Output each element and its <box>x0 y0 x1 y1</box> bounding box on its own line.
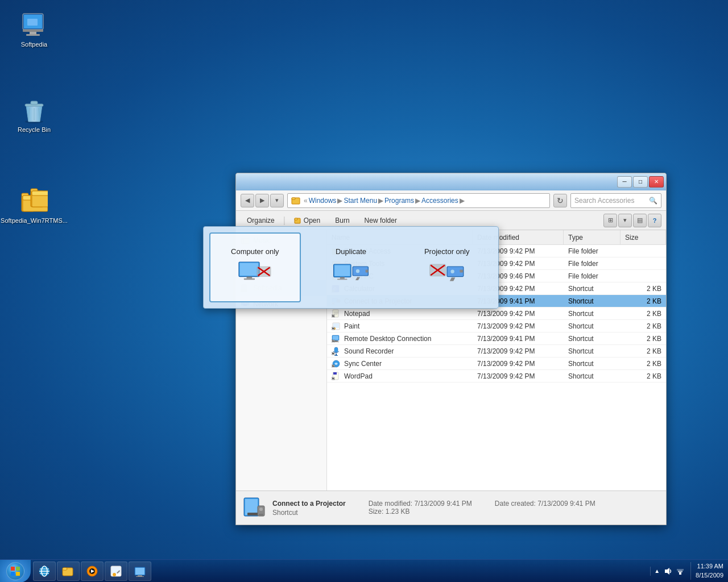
remote-desktop-icon <box>332 334 341 343</box>
svg-rect-66 <box>336 354 337 355</box>
ie-icon <box>38 565 51 577</box>
svg-rect-117 <box>111 567 121 573</box>
open-icon <box>294 217 302 225</box>
recycle-bin-icon <box>20 97 48 124</box>
open-button[interactable]: Open <box>288 213 326 228</box>
network-tray-icon[interactable] <box>676 567 685 576</box>
speaker-icon[interactable] <box>663 567 672 576</box>
svg-rect-67 <box>334 355 338 356</box>
desktop-icon-softpedia[interactable]: Softpedia <box>11 11 57 48</box>
path-accessories[interactable]: Accessories <box>421 197 458 205</box>
table-row[interactable]: Sync Center 7/13/2009 9:42 PM Shortcut 2… <box>327 357 666 370</box>
status-size-value: 1.23 KB <box>386 508 410 516</box>
path-programs[interactable]: Programs <box>384 197 414 205</box>
taskbar-ie-button[interactable] <box>33 562 56 581</box>
svg-rect-5 <box>26 34 40 36</box>
svg-marker-124 <box>665 568 669 575</box>
header-type[interactable]: Type <box>564 230 621 244</box>
address-bar: ◀ ▶ ▾ « Windows ▶ Start Menu ▶ Programs … <box>236 190 666 211</box>
view-toggle-button[interactable]: ⊞ <box>603 214 617 227</box>
status-size-label: Size: <box>369 508 384 516</box>
svg-rect-93 <box>366 270 369 273</box>
popup-option-duplicate[interactable]: Duplicate <box>305 232 397 302</box>
paint-icon <box>332 322 341 331</box>
status-date-created-block: Date created: 7/13/2009 9:41 PM <box>495 500 595 517</box>
taskbar-paint-button[interactable] <box>105 562 127 581</box>
minimize-button[interactable]: ─ <box>617 176 632 188</box>
maximize-button[interactable]: □ <box>633 176 648 188</box>
desktop-icon-recycle-bin[interactable]: Recycle Bin <box>11 97 57 133</box>
softpedia-folder-icon <box>20 188 48 215</box>
path-windows[interactable]: Windows <box>309 197 337 205</box>
taskbar-folder-button[interactable] <box>57 562 80 581</box>
svg-rect-65 <box>334 347 338 352</box>
popup-option-computer-only[interactable]: Computer only <box>209 232 301 302</box>
svg-rect-126 <box>678 571 682 572</box>
forward-button[interactable]: ▶ <box>255 194 269 207</box>
folder-taskbar-icon <box>62 565 75 577</box>
status-date-modified-value: 7/13/2009 9:41 PM <box>414 500 471 508</box>
back-button[interactable]: ◀ <box>241 194 254 207</box>
taskbar: ▲ 11:39 AM 8/15/2009 <box>0 559 728 582</box>
status-info: Connect to a Projector Shortcut Date mod… <box>272 500 595 517</box>
svg-rect-104 <box>11 572 15 576</box>
toolbar-divider: | <box>283 215 286 226</box>
desktop-icon-softpedia-folder[interactable]: Softpedia_Win7RTMS... <box>11 188 57 224</box>
popup-option-projector-only[interactable]: Projector only <box>401 232 493 302</box>
clock[interactable]: 11:39 AM 8/15/2009 <box>690 562 723 580</box>
table-row[interactable]: Notepad 7/13/2009 9:42 PM Shortcut 2 KB <box>327 307 666 320</box>
tray-show-hidden-button[interactable]: ▲ <box>654 568 660 574</box>
table-row[interactable]: Paint 7/13/2009 9:42 PM Shortcut 2 KB <box>327 320 666 332</box>
start-button[interactable] <box>0 560 31 583</box>
address-path[interactable]: « Windows ▶ Start Menu ▶ Programs ▶ Acce… <box>287 193 550 208</box>
svg-marker-94 <box>355 277 360 280</box>
system-tray: ▲ 11:39 AM 8/15/2009 <box>646 560 728 582</box>
svg-rect-112 <box>63 568 67 570</box>
computer-only-label: Computer only <box>231 247 279 256</box>
svg-rect-76 <box>247 513 259 516</box>
wordpad-icon <box>332 372 341 381</box>
close-button[interactable]: ✕ <box>649 176 664 188</box>
view-dropdown-button[interactable]: ▾ <box>618 214 632 227</box>
header-size[interactable]: Size <box>621 230 666 244</box>
softpedia-folder-label: Softpedia_Win7RTMS... <box>1 217 68 224</box>
window-controls: ─ □ ✕ <box>617 176 664 188</box>
svg-rect-81 <box>240 263 259 276</box>
path-startmenu[interactable]: Start Menu <box>344 197 377 205</box>
svg-rect-103 <box>16 567 20 571</box>
svg-rect-127 <box>677 569 684 571</box>
svg-point-118 <box>113 573 116 576</box>
status-name-block: Connect to a Projector Shortcut <box>272 500 346 517</box>
svg-rect-90 <box>337 279 348 280</box>
organize-button[interactable]: Organize <box>241 213 281 228</box>
burn-button[interactable]: Burn <box>329 213 355 228</box>
details-toggle-button[interactable]: ▤ <box>633 214 647 227</box>
svg-point-78 <box>259 508 263 511</box>
search-box[interactable]: Search Accessories 🔍 <box>570 193 661 208</box>
dropdown-button[interactable]: ▾ <box>270 194 284 207</box>
svg-rect-75 <box>245 499 258 515</box>
view-controls: ⊞ ▾ ▤ ? <box>603 214 661 227</box>
duplicate-icon <box>333 259 369 288</box>
popup-options: Computer only Duplicate <box>209 232 493 302</box>
windows-logo-icon <box>10 566 20 576</box>
media-player-icon <box>86 565 98 577</box>
svg-rect-105 <box>16 572 20 576</box>
svg-rect-121 <box>135 568 144 575</box>
svg-rect-83 <box>244 278 255 280</box>
recycle-bin-label: Recycle Bin <box>18 126 51 133</box>
table-row[interactable]: Remote Desktop Connection 7/13/2009 9:41… <box>327 332 666 345</box>
svg-rect-82 <box>247 277 253 278</box>
svg-marker-101 <box>449 277 455 281</box>
help-button[interactable]: ? <box>648 214 661 227</box>
search-icon: 🔍 <box>649 197 657 205</box>
new-folder-button[interactable]: New folder <box>358 213 403 228</box>
svg-rect-2 <box>27 19 38 26</box>
duplicate-label: Duplicate <box>336 247 366 256</box>
table-row[interactable]: Sound Recorder 7/13/2009 9:42 PM Shortcu… <box>327 345 666 357</box>
taskbar-media-button[interactable] <box>81 562 104 581</box>
status-file-icon <box>243 497 266 519</box>
refresh-button[interactable]: ↻ <box>553 194 567 207</box>
table-row[interactable]: WordPad 7/13/2009 9:42 PM Shortcut 2 KB <box>327 370 666 383</box>
taskbar-show-desktop-button[interactable] <box>129 562 151 581</box>
